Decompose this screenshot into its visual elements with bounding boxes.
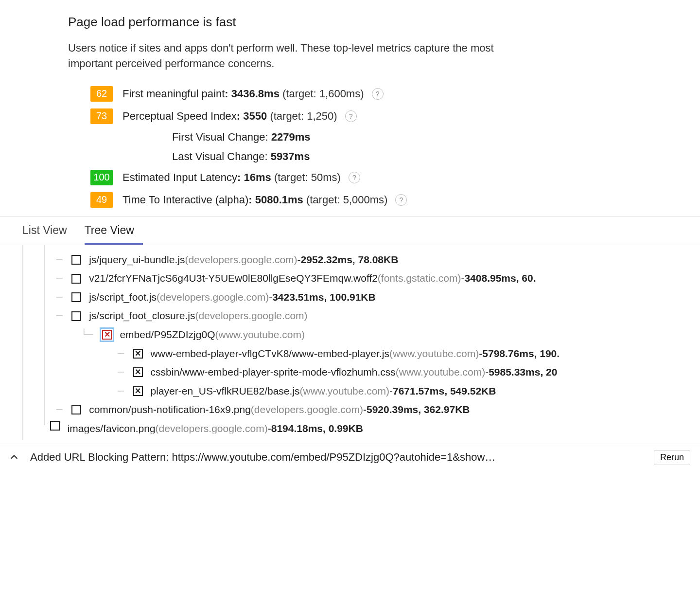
resource-path: v21/2fcrYFNaTjcS6g4U3t-Y5UEw0lE80llgEseQ… — [89, 270, 378, 287]
tabs-bar: List View Tree View — [0, 216, 700, 245]
resource-path: js/script_foot.js — [89, 289, 157, 306]
resource-path: images/favicon.png — [68, 421, 156, 433]
metric-label: First meaningful paint: 3436.8ms (target… — [122, 88, 364, 100]
resource-host: (www.youtube.com) — [396, 364, 485, 380]
status-text: Added URL Blocking Pattern: https://www.… — [30, 451, 650, 464]
sub-metric-last-visual: Last Visual Change: 5937ms — [172, 150, 700, 163]
block-checkbox[interactable] — [71, 274, 81, 284]
resource-timing: 7671.57ms, 549.52KB — [393, 383, 496, 399]
tree-row[interactable]: images/favicon.png (developers.google.co… — [19, 421, 700, 433]
tree-row[interactable]: ─ js/script_foot.js (developers.google.c… — [19, 289, 700, 306]
tree-row[interactable]: ─ js/script_foot_closure.js (developers.… — [19, 308, 700, 324]
resource-timing: 8194.18ms, 0.99KB — [271, 421, 363, 433]
tree-row[interactable]: ─ common/push-notification-16x9.png (dev… — [19, 402, 700, 418]
tab-tree-view[interactable]: Tree View — [85, 217, 143, 245]
resource-path: js/jquery_ui-bundle.js — [89, 252, 185, 268]
tree-row[interactable]: └─ embed/P95ZDIzjg0Q (www.youtube.com) — [19, 327, 700, 343]
block-checkbox[interactable] — [71, 405, 81, 414]
block-checkbox[interactable] — [133, 349, 143, 359]
score-badge: 100 — [90, 170, 113, 185]
block-checkbox[interactable] — [71, 255, 81, 265]
resource-host: (developers.google.com) — [195, 308, 307, 324]
resource-timing: 3408.95ms, 60. — [464, 270, 536, 287]
tree-row[interactable]: ─ v21/2fcrYFNaTjcS6g4U3t-Y5UEw0lE80llgEs… — [19, 270, 700, 287]
tree-connector-line — [22, 245, 24, 440]
resource-host: (www.youtube.com) — [389, 346, 479, 362]
resource-host: (developers.google.com) — [251, 402, 363, 418]
help-icon[interactable]: ? — [349, 172, 360, 183]
resource-host: (developers.google.com) — [157, 289, 269, 306]
tree-row[interactable]: ─ player-en_US-vflkRUE82/base.js (www.yo… — [19, 383, 700, 399]
resource-timing: 5798.76ms, 190. — [482, 346, 560, 362]
resource-path: embed/P95ZDIzjg0Q — [120, 327, 215, 343]
metric-label: Estimated Input Latency: 16ms (target: 5… — [122, 171, 341, 184]
chevron-up-icon[interactable] — [9, 452, 19, 463]
rerun-button[interactable]: Rerun — [654, 450, 690, 465]
resource-timing: 3423.51ms, 100.91KB — [272, 289, 376, 306]
score-badge: 73 — [90, 108, 113, 124]
resource-host: (developers.google.com) — [156, 421, 268, 433]
resource-timing: 5920.39ms, 362.97KB — [367, 402, 470, 418]
resource-host: (www.youtube.com) — [300, 383, 389, 399]
score-badge: 49 — [90, 192, 113, 208]
tree-row[interactable]: ─ js/jquery_ui-bundle.js (developers.goo… — [19, 252, 700, 268]
resource-host: (fonts.gstatic.com) — [378, 270, 461, 287]
metric-tti[interactable]: 49 Time To Interactive (alpha): 5080.1ms… — [90, 192, 700, 208]
resource-path: common/push-notification-16x9.png — [89, 402, 251, 418]
metric-label: Perceptual Speed Index: 3550 (target: 1,… — [122, 110, 337, 123]
metrics-list: 62 First meaningful paint: 3436.8ms (tar… — [68, 86, 700, 208]
metric-fmp[interactable]: 62 First meaningful paint: 3436.8ms (tar… — [90, 86, 700, 102]
block-checkbox[interactable] — [102, 330, 112, 340]
resource-path: www-embed-player-vflgCTvK8/www-embed-pla… — [151, 346, 389, 362]
block-checkbox[interactable] — [50, 421, 60, 431]
score-badge: 62 — [90, 86, 113, 102]
tree-view-panel: ─ js/jquery_ui-bundle.js (developers.goo… — [0, 245, 700, 440]
page-subtitle: Users notice if sites and apps don't per… — [68, 40, 540, 72]
block-checkbox[interactable] — [71, 311, 81, 321]
tree-connector: ─ — [19, 364, 130, 380]
resource-host: (www.youtube.com) — [215, 327, 304, 343]
page-title: Page load performance is fast — [68, 15, 700, 30]
tree-row[interactable]: ─ cssbin/www-embed-player-sprite-mode-vf… — [19, 364, 700, 380]
tree-connector-line — [44, 245, 46, 425]
resource-path: js/script_foot_closure.js — [89, 308, 195, 324]
block-checkbox[interactable] — [71, 292, 81, 302]
status-bar: Added URL Blocking Pattern: https://www.… — [0, 444, 700, 471]
help-icon[interactable]: ? — [395, 194, 407, 206]
block-checkbox[interactable] — [133, 386, 143, 396]
help-icon[interactable]: ? — [372, 88, 384, 100]
sub-metric-first-visual: First Visual Change: 2279ms — [172, 131, 700, 144]
metric-label: Time To Interactive (alpha): 5080.1ms (t… — [122, 194, 387, 206]
resource-path: player-en_US-vflkRUE82/base.js — [151, 383, 300, 399]
block-checkbox[interactable] — [133, 367, 143, 377]
resource-host: (developers.google.com) — [185, 252, 297, 268]
tree-connector: ─ — [19, 383, 130, 399]
tree-connector: └─ — [19, 327, 99, 343]
tab-list-view[interactable]: List View — [22, 217, 76, 245]
metric-psi[interactable]: 73 Perceptual Speed Index: 3550 (target:… — [90, 108, 700, 124]
resource-timing: 5985.33ms, 20 — [489, 364, 557, 380]
tree-row[interactable]: ─ www-embed-player-vflgCTvK8/www-embed-p… — [19, 346, 700, 362]
resource-timing: 2952.32ms, 78.08KB — [301, 252, 399, 268]
help-icon[interactable]: ? — [345, 110, 357, 122]
metric-eil[interactable]: 100 Estimated Input Latency: 16ms (targe… — [90, 170, 700, 185]
tree-connector: ─ — [19, 346, 130, 362]
resource-path: cssbin/www-embed-player-sprite-mode-vflo… — [151, 364, 396, 380]
